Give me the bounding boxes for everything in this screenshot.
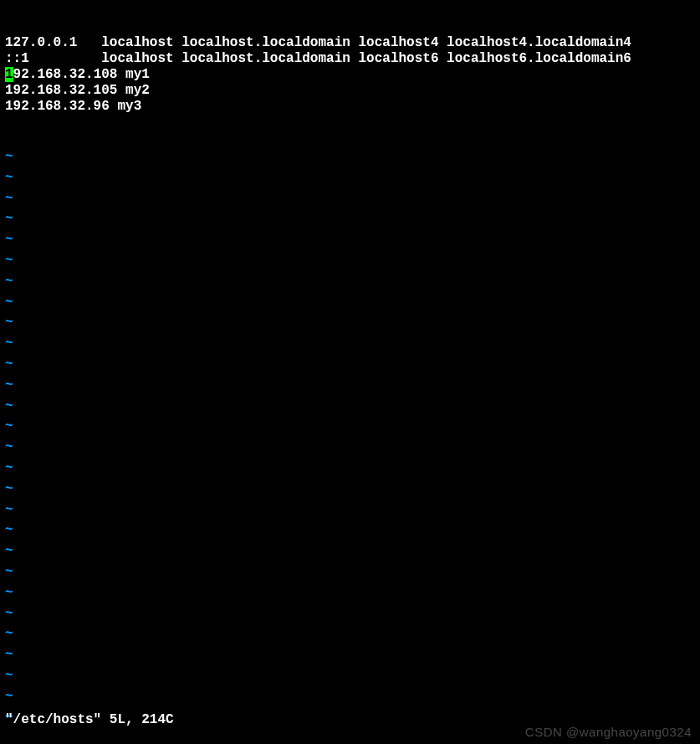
empty-line-tilde: ~: [5, 686, 695, 707]
file-line[interactable]: 192.168.32.108 my1: [5, 67, 695, 83]
empty-line-tilde: ~: [5, 644, 695, 665]
file-line[interactable]: 192.168.32.105 my2: [5, 83, 695, 99]
empty-line-tilde: ~: [5, 500, 695, 521]
cursor: 1: [5, 67, 13, 82]
status-line: "/etc/hosts" 5L, 214C: [5, 712, 174, 727]
empty-line-tilde: ~: [5, 250, 695, 271]
empty-line-tilde: ~: [5, 146, 695, 167]
empty-line-tilde: ~: [5, 541, 695, 562]
empty-line-tilde: ~: [5, 603, 695, 624]
empty-line-tilde: ~: [5, 437, 695, 458]
empty-line-tilde: ~: [5, 167, 695, 188]
empty-line-tilde: ~: [5, 229, 695, 250]
empty-line-tilde: ~: [5, 312, 695, 333]
file-line[interactable]: 192.168.32.96 my3: [5, 99, 695, 115]
empty-line-tilde: ~: [5, 665, 695, 686]
watermark-text: CSDN @wanghaoyang0324: [525, 725, 692, 739]
empty-line-tilde: ~: [5, 271, 695, 292]
empty-lines-region: ~~~~~~~~~~~~~~~~~~~~~~~~~~~~: [5, 146, 695, 727]
empty-line-tilde: ~: [5, 416, 695, 437]
terminal-editor[interactable]: 127.0.0.1 localhost localhost.localdomai…: [5, 3, 695, 741]
file-line[interactable]: 127.0.0.1 localhost localhost.localdomai…: [5, 35, 695, 51]
empty-line-tilde: ~: [5, 520, 695, 541]
empty-line-tilde: ~: [5, 375, 695, 396]
empty-line-tilde: ~: [5, 582, 695, 603]
empty-line-tilde: ~: [5, 292, 695, 313]
empty-line-tilde: ~: [5, 354, 695, 375]
file-content[interactable]: 127.0.0.1 localhost localhost.localdomai…: [5, 35, 695, 115]
empty-line-tilde: ~: [5, 208, 695, 229]
empty-line-tilde: ~: [5, 458, 695, 479]
empty-line-tilde: ~: [5, 333, 695, 354]
empty-line-tilde: ~: [5, 623, 695, 644]
file-line[interactable]: ::1 localhost localhost.localdomain loca…: [5, 51, 695, 67]
empty-line-tilde: ~: [5, 396, 695, 417]
empty-line-tilde: ~: [5, 188, 695, 209]
empty-line-tilde: ~: [5, 562, 695, 582]
empty-line-tilde: ~: [5, 479, 695, 500]
